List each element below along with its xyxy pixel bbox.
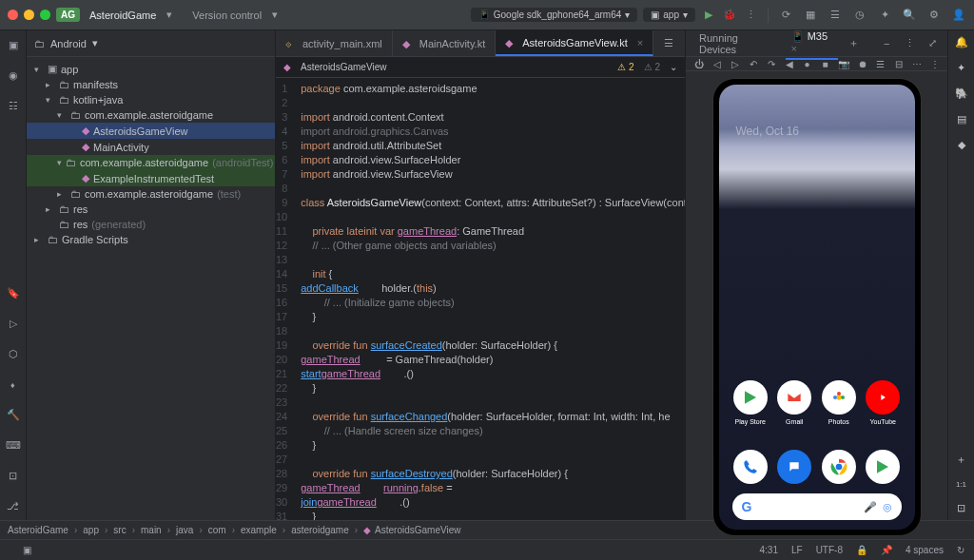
line-sep[interactable]: LF [791, 545, 803, 555]
power-icon[interactable]: ⏻ [693, 57, 704, 70]
class-hint[interactable]: AsteroidsGameView [301, 62, 386, 72]
tree-gradle[interactable]: ▸🗀 Gradle Scripts [27, 232, 275, 247]
tab-emulator[interactable]: 📱 M35 × [786, 27, 838, 60]
run-button[interactable]: ▶ [701, 8, 716, 23]
editor-body[interactable]: 1234567891011121314151617181920212223242… [276, 78, 685, 520]
device-selector[interactable]: 📱 Google sdk_gphone64_arm64 ▾ [471, 8, 638, 22]
debug-button[interactable]: 🐞 [722, 8, 737, 23]
gradle-icon[interactable]: 🐘 [955, 87, 968, 100]
tree-res-gen[interactable]: 🗀 res (generated) [27, 217, 275, 232]
bc-1[interactable]: app [83, 525, 99, 535]
volume-up-icon[interactable]: ◁ [711, 57, 722, 70]
rotate-right-icon[interactable]: ↷ [766, 57, 776, 70]
commit-tool-icon[interactable]: ◉ [5, 67, 22, 84]
record-icon[interactable]: ⏺ [857, 57, 867, 70]
lens-icon[interactable]: ◎ [883, 501, 892, 513]
zoom-in-icon[interactable]: ＋ [956, 453, 966, 467]
tree-manifests[interactable]: ▸🗀 manifests [27, 77, 275, 92]
chevron-up-down-icon[interactable]: ⌄ [670, 62, 677, 72]
tab-mainactivity[interactable]: ◆MainActivity.kt [393, 30, 496, 56]
tree-file-mainactivity[interactable]: ◆ MainActivity [27, 139, 275, 155]
resource-icon[interactable]: ◆ [958, 139, 965, 151]
services-icon[interactable]: ⬡ [5, 345, 22, 362]
app-phone[interactable] [733, 450, 768, 484]
rotate-left-icon[interactable]: ↶ [748, 57, 758, 70]
weak-warnings-badge[interactable]: ⚠ 2 [644, 62, 660, 72]
run-config-selector[interactable]: ▣ app ▾ [643, 8, 695, 22]
bc-0[interactable]: AsteroidGame [8, 525, 68, 535]
bc-8[interactable]: AsteroidsGameView [375, 525, 460, 535]
ai-icon[interactable]: ✦ [877, 8, 892, 23]
bc-5[interactable]: com [208, 525, 226, 535]
sync-icon[interactable]: ⟳ [778, 8, 793, 23]
run-tool-icon[interactable]: ▷ [5, 315, 22, 332]
google-search-bar[interactable]: G 🎤 ◎ [732, 493, 902, 520]
tree-app[interactable]: ▾▣ app [27, 61, 275, 77]
structure-tool-icon[interactable]: ☷ [5, 97, 22, 114]
memory-icon[interactable]: ↻ [957, 545, 964, 555]
settings-icon[interactable]: ⚙ [926, 8, 942, 23]
search-icon[interactable]: 🔍 [902, 8, 917, 23]
minimize-panel-icon[interactable]: − [880, 36, 893, 51]
minimize-window[interactable] [24, 10, 34, 20]
sdk-icon[interactable]: ☰ [828, 8, 843, 23]
terminal-tool-icon[interactable]: ⌨ [5, 436, 22, 454]
tree-kotlin[interactable]: ▾🗀 kotlin+java [27, 92, 275, 107]
tab-running-devices[interactable]: Running Devices [693, 29, 776, 59]
close-tab-icon[interactable]: × [637, 37, 643, 48]
app-photos[interactable]: Photos [822, 380, 856, 425]
tree-file-instrumented[interactable]: ◆ ExampleInstrumentedTest [27, 170, 275, 186]
project-name[interactable]: AsteroidGame [89, 10, 156, 21]
maximize-window[interactable] [40, 10, 50, 20]
gemini-icon[interactable]: ✦ [957, 62, 965, 74]
mic-icon[interactable]: 🎤 [864, 501, 877, 513]
tree-pkg-main[interactable]: ▾🗀 com.example.asteroidgame [27, 107, 275, 123]
chevron-down-icon[interactable]: ▾ [267, 8, 282, 23]
screenshot-icon[interactable]: 📷 [838, 57, 849, 70]
tab-gameview[interactable]: ◆AsteroidsGameView.kt× [496, 30, 653, 56]
chevron-down-icon[interactable]: ▾ [162, 8, 177, 23]
fit-icon[interactable]: ⊡ [957, 502, 965, 514]
indent[interactable]: 4 spaces [906, 545, 944, 555]
app-gmail[interactable]: Gmail [777, 380, 811, 425]
tree-file-gameview[interactable]: ◆ AsteroidsGameView [27, 123, 275, 139]
more-emulator-icon[interactable]: ⋯ [911, 57, 922, 70]
app-messages[interactable] [777, 450, 811, 484]
close-window[interactable] [8, 10, 18, 20]
problems-tool-icon[interactable]: ⊡ [5, 467, 22, 484]
anchor-icon[interactable]: 📌 [881, 545, 892, 555]
profiler-icon[interactable]: ◷ [852, 8, 867, 23]
emulator-screen[interactable]: Wed, Oct 16 Play Store Gmail Photos YouT… [686, 71, 947, 543]
reader-mode-icon[interactable]: ☰ [661, 36, 676, 51]
add-device-icon[interactable]: ＋ [847, 36, 861, 51]
home-icon[interactable]: ● [802, 57, 812, 70]
tab-activity-xml[interactable]: ⟐activity_main.xml [276, 30, 393, 56]
app-youtube[interactable]: YouTube [866, 380, 900, 425]
close-panel-icon[interactable]: ⤢ [926, 36, 940, 51]
status-indicator-icon[interactable]: ▣ [23, 545, 31, 555]
overview-icon[interactable]: ■ [820, 57, 830, 70]
readonly-icon[interactable]: 🔒 [856, 545, 867, 555]
caret-pos[interactable]: 4:31 [759, 545, 777, 555]
build-tool-icon[interactable]: 🔨 [5, 406, 22, 423]
ratio-icon[interactable]: 1:1 [956, 480, 966, 489]
app-playstore-2[interactable] [866, 450, 900, 484]
tree-pkg-androidtest[interactable]: ▾🗀 com.example.asteroidgame (androidTest… [27, 155, 275, 170]
bc-7[interactable]: asteroidgame [291, 525, 349, 535]
back-icon[interactable]: ◀ [784, 57, 794, 70]
fold-icon[interactable]: ⊟ [893, 57, 904, 70]
bc-6[interactable]: example [241, 525, 277, 535]
more-run-icon[interactable]: ⋮ [743, 8, 758, 23]
bookmarks-icon[interactable]: 🔖 [5, 284, 22, 301]
bc-2[interactable]: src [113, 525, 126, 535]
app-chrome[interactable] [822, 450, 856, 484]
tree-res[interactable]: ▸🗀 res [27, 202, 275, 217]
vcs-tool-icon[interactable]: ⎇ [5, 497, 22, 514]
panel-options-icon[interactable]: ⋮ [903, 36, 916, 51]
warnings-badge[interactable]: ⚠ 2 [617, 62, 633, 72]
chevron-down-icon[interactable]: ▾ [92, 37, 98, 49]
account-icon[interactable]: 👤 [951, 8, 966, 23]
bc-3[interactable]: main [141, 525, 162, 535]
bc-4[interactable]: java [176, 525, 193, 535]
encoding[interactable]: UTF-8 [816, 545, 843, 555]
